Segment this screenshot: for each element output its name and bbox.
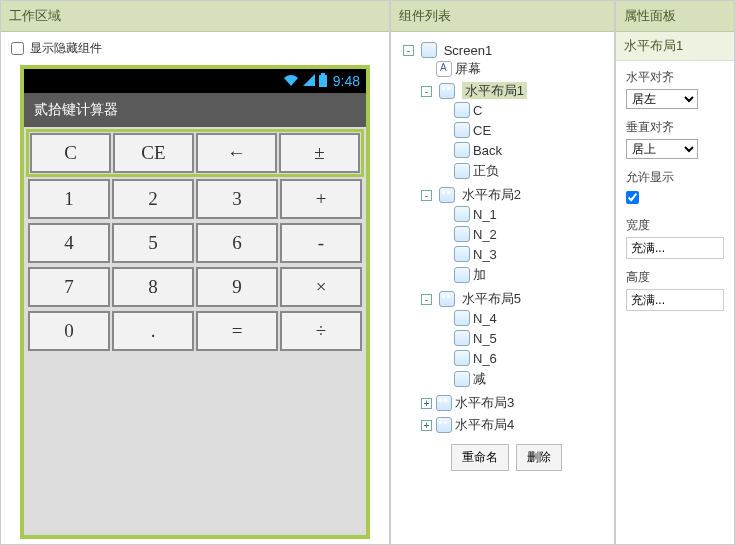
work-panel-header: 工作区域 [1,1,389,32]
calc-key-equals[interactable]: = [196,311,278,351]
calc-key-plus[interactable]: + [280,179,362,219]
tree-back[interactable]: Back [473,143,502,158]
tree-screen1[interactable]: Screen1 [444,43,492,58]
screen-empty-area [26,353,364,533]
toggle-layout4[interactable]: + [421,420,432,431]
allow-show-checkbox[interactable] [626,191,639,204]
layout-icon [436,417,452,433]
show-hidden-row: 显示隐藏组件 [11,40,379,57]
tree-add[interactable]: 加 [473,267,486,282]
calc-key-1[interactable]: 1 [28,179,110,219]
calc-row-4[interactable]: 0 . = ÷ [26,309,364,353]
calc-key-2[interactable]: 2 [112,179,194,219]
calc-key-6[interactable]: 6 [196,223,278,263]
width-input[interactable] [626,237,724,259]
text-icon [436,61,452,77]
calc-key-c[interactable]: C [30,133,111,173]
tree-ce[interactable]: CE [473,123,491,138]
comp-icon [454,206,470,222]
toggle-layout1[interactable]: - [421,86,432,97]
tree-layout1[interactable]: 水平布局1 [462,82,527,99]
screen-icon [421,42,437,58]
comp-icon [454,163,470,179]
toggle-layout5[interactable]: - [421,294,432,305]
tree-layout4[interactable]: 水平布局4 [455,417,514,432]
show-hidden-checkbox[interactable] [11,42,24,55]
calc-key-multiply[interactable]: × [280,267,362,307]
status-clock: 9:48 [333,73,360,89]
tree-screen-sub[interactable]: 屏幕 [455,61,481,76]
tree-layout2[interactable]: 水平布局2 [462,187,521,202]
tree-c[interactable]: C [473,103,482,118]
calc-key-dot[interactable]: . [112,311,194,351]
calc-key-minus[interactable]: - [280,223,362,263]
tree-n1[interactable]: N_1 [473,207,497,222]
toggle-layout3[interactable]: + [421,398,432,409]
rename-button[interactable]: 重命名 [451,444,509,471]
status-bar: 9:48 [24,69,366,93]
calc-key-ce[interactable]: CE [113,133,194,173]
layout-icon [439,83,455,99]
calc-key-back[interactable]: ← [196,133,277,173]
tree-n3[interactable]: N_3 [473,247,497,262]
layout-icon [439,291,455,307]
wifi-icon [283,74,299,89]
valign-select[interactable]: 居上 [626,139,698,159]
comp-icon [454,142,470,158]
calc-key-8[interactable]: 8 [112,267,194,307]
delete-button[interactable]: 删除 [516,444,562,471]
comp-icon [454,371,470,387]
svg-rect-0 [319,75,327,87]
width-label: 宽度 [626,217,724,234]
comp-icon [454,350,470,366]
layout-icon [439,187,455,203]
battery-icon [319,73,327,90]
calc-key-7[interactable]: 7 [28,267,110,307]
tree-n4[interactable]: N_4 [473,311,497,326]
blank [421,64,432,75]
tree-layout5[interactable]: 水平布局5 [462,291,521,306]
comp-icon [454,310,470,326]
halign-label: 水平对齐 [626,69,724,86]
tree-n2[interactable]: N_2 [473,227,497,242]
tree-n5[interactable]: N_5 [473,331,497,346]
calc-row-3[interactable]: 7 8 9 × [26,265,364,309]
signal-icon [303,74,315,89]
show-hidden-label: 显示隐藏组件 [30,41,102,55]
allow-show-label: 允许显示 [626,169,724,186]
valign-label: 垂直对齐 [626,119,724,136]
tree-sub[interactable]: 减 [473,371,486,386]
calc-key-5[interactable]: 5 [112,223,194,263]
calculator-screen[interactable]: C CE ← ± 1 2 3 + 4 5 [24,127,366,535]
app-title-bar: 贰拾键计算器 [24,93,366,127]
toggle-screen1[interactable]: - [403,45,414,56]
calc-row-1[interactable]: 1 2 3 + [26,177,364,221]
tree-layout3[interactable]: 水平布局3 [455,395,514,410]
calc-row-0[interactable]: C CE ← ± [26,129,364,177]
comp-icon [454,267,470,283]
tree-panel-header: 组件列表 [391,1,614,32]
calc-key-3[interactable]: 3 [196,179,278,219]
calc-key-0[interactable]: 0 [28,311,110,351]
calc-row-2[interactable]: 4 5 6 - [26,221,364,265]
calc-key-plusminus[interactable]: ± [279,133,360,173]
tree-n6[interactable]: N_6 [473,351,497,366]
toggle-layout2[interactable]: - [421,190,432,201]
layout-icon [436,395,452,411]
comp-icon [454,246,470,262]
height-label: 高度 [626,269,724,286]
tree-pm[interactable]: 正负 [473,163,499,178]
calc-key-4[interactable]: 4 [28,223,110,263]
phone-frame: 9:48 贰拾键计算器 C CE ← ± 1 2 3 [20,65,370,539]
comp-icon [454,122,470,138]
comp-icon [454,102,470,118]
calc-key-9[interactable]: 9 [196,267,278,307]
svg-rect-1 [321,73,325,75]
props-target: 水平布局1 [616,32,734,61]
height-input[interactable] [626,289,724,311]
props-panel-header: 属性面板 [616,1,734,32]
comp-icon [454,226,470,242]
calc-key-divide[interactable]: ÷ [280,311,362,351]
halign-select[interactable]: 居左 [626,89,698,109]
component-tree: - Screen1 屏幕 - 水平布局1 C CE Back [391,32,614,544]
